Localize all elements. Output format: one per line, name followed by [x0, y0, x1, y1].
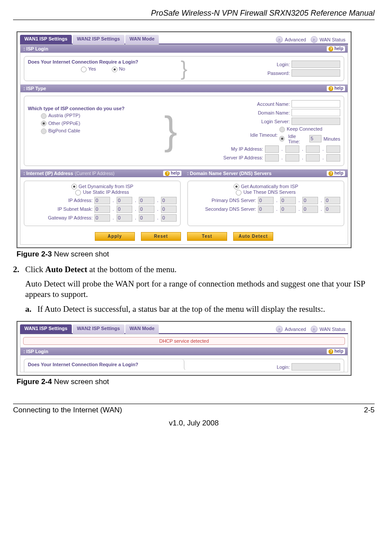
- figure-2-3-screenshot: WAN1 ISP Settings WAN2 ISP Settings WAN …: [17, 31, 352, 248]
- link-wan-status[interactable]: ›WAN Status: [309, 35, 348, 44]
- tab-wan2[interactable]: WAN2 ISP Settings: [73, 35, 124, 44]
- help-link[interactable]: ?help: [163, 171, 181, 176]
- ip-octet-input[interactable]: [285, 145, 299, 153]
- apply-button[interactable]: Apply: [95, 232, 135, 241]
- account-name-input[interactable]: [291, 100, 340, 108]
- help-link[interactable]: ?help: [327, 349, 345, 354]
- tab-wanmode[interactable]: WAN Mode: [125, 35, 159, 44]
- password-input[interactable]: [291, 69, 340, 77]
- ip-octet-input[interactable]: 0: [94, 206, 110, 213]
- ip-octet-input[interactable]: [265, 154, 279, 162]
- tab-wan1[interactable]: WAN1 ISP Settings: [20, 324, 72, 334]
- isp-type-question: Which type of ISP connection do you use?: [28, 106, 124, 111]
- radio-get-dyn[interactable]: Get Dynamically from ISP: [71, 184, 134, 189]
- footer-version: v1.0, July 2008: [13, 419, 375, 428]
- radio-idle-time[interactable]: Idle Time:5Minutes: [279, 134, 340, 144]
- ip-octet-input[interactable]: 0: [280, 197, 296, 204]
- login-label: Login:: [277, 364, 290, 370]
- arrow-icon: ›: [311, 36, 318, 43]
- ip-octet-input[interactable]: 0: [161, 206, 177, 213]
- isp-login-header: ::ISP Login ?help: [20, 347, 348, 355]
- ip-octet-input[interactable]: 0: [302, 197, 318, 204]
- ip-octet-input[interactable]: [285, 154, 299, 162]
- brace-icon: ⎱: [178, 362, 190, 367]
- reset-button[interactable]: Reset: [141, 232, 181, 241]
- ip-octet-input[interactable]: [306, 154, 320, 162]
- step-number: 2.: [13, 265, 19, 274]
- step-text: Click Auto Detect at the bottom of the m…: [25, 265, 177, 274]
- radio-no[interactable]: No: [112, 66, 125, 72]
- radio-yes[interactable]: Yes: [81, 66, 96, 72]
- domain-name-label: Domain Name:: [258, 110, 290, 115]
- primary-dns-label: Primary DNS Server:: [211, 198, 256, 203]
- ip-octet-input[interactable]: 0: [302, 206, 318, 213]
- ip-octet-input[interactable]: 0: [161, 197, 177, 204]
- radio-pppoe[interactable]: Other (PPPoE): [41, 121, 161, 127]
- ip-octet-input[interactable]: 0: [139, 206, 154, 213]
- login-server-input[interactable]: [291, 118, 340, 125]
- tab-wan1[interactable]: WAN1 ISP Settings: [20, 35, 72, 44]
- isp-login-question: Does Your Internet Connection Require a …: [28, 59, 138, 64]
- login-input[interactable]: [291, 61, 340, 68]
- ip-octet-input[interactable]: 0: [280, 206, 296, 213]
- ip-octet-input[interactable]: [326, 145, 340, 153]
- substep-text: If Auto Detect is successful, a status b…: [37, 304, 325, 314]
- ip-octet-input[interactable]: 0: [325, 197, 340, 204]
- radio-pptp[interactable]: Austria (PPTP): [41, 113, 161, 119]
- radio-use-static[interactable]: Use Static IP Address: [75, 189, 129, 195]
- ip-octet-input[interactable]: 0: [258, 206, 274, 213]
- radio-keep-connected[interactable]: Keep Connected: [279, 126, 322, 132]
- brace-icon: }: [161, 99, 180, 163]
- doc-header-title: ProSafe Wireless-N VPN Firewall SRXN3205…: [13, 9, 375, 18]
- footer-section: Connecting to the Internet (WAN): [13, 406, 122, 415]
- help-link[interactable]: ?help: [327, 86, 345, 91]
- ip-octet-input[interactable]: 0: [258, 197, 274, 204]
- account-name-label: Account Name:: [257, 101, 290, 107]
- status-message: DHCP service detected: [23, 337, 345, 345]
- idle-time-input[interactable]: 5: [309, 135, 322, 142]
- ip-addr-label: IP Address:: [68, 198, 93, 203]
- link-advanced[interactable]: ›Advanced: [274, 324, 309, 334]
- login-input[interactable]: [291, 363, 340, 371]
- mask-label: IP Subnet Mask:: [57, 206, 93, 212]
- ip-octet-input[interactable]: 0: [94, 214, 110, 222]
- isp-type-header: ::ISP Type ?help: [20, 84, 348, 92]
- tab-wan2[interactable]: WAN2 ISP Settings: [73, 324, 124, 334]
- password-label: Password:: [268, 71, 290, 76]
- footer-rule: [13, 404, 375, 404]
- help-link[interactable]: ?help: [327, 171, 345, 176]
- substep-letter: a.: [25, 304, 31, 314]
- header-rule: [13, 20, 375, 20]
- radio-bigpond[interactable]: BigPond Cable: [41, 128, 161, 134]
- ip-octet-input[interactable]: [326, 154, 340, 162]
- ip-octet-input[interactable]: [306, 145, 320, 153]
- help-link[interactable]: ?help: [327, 46, 345, 51]
- link-wan-status[interactable]: ›WAN Status: [309, 324, 348, 334]
- ip-octet-input[interactable]: 0: [139, 214, 154, 222]
- ip-octet-input[interactable]: 0: [161, 214, 177, 222]
- ip-octet-input[interactable]: 0: [117, 197, 132, 204]
- ip-octet-input[interactable]: 0: [117, 214, 132, 222]
- figure-2-3-caption: Figure 2-3 New screen shot: [17, 250, 375, 259]
- auto-detect-button[interactable]: Auto Detect: [233, 232, 273, 241]
- arrow-icon: ›: [276, 326, 283, 333]
- gateway-label: Gateway IP Address:: [48, 215, 93, 220]
- arrow-icon: ›: [311, 326, 318, 333]
- isp-login-header: ::ISP Login ?help: [20, 45, 348, 53]
- secondary-dns-label: Secondary DNS Server:: [205, 206, 256, 212]
- ip-octet-input[interactable]: 0: [94, 197, 110, 204]
- test-button[interactable]: Test: [187, 232, 227, 241]
- radio-dns-manual[interactable]: Use These DNS Servers: [236, 189, 295, 195]
- brace-icon: }: [178, 59, 190, 78]
- ip-octet-input[interactable]: 0: [325, 206, 340, 213]
- link-advanced[interactable]: ›Advanced: [274, 35, 309, 44]
- ip-octet-input[interactable]: [265, 145, 279, 153]
- tab-wanmode[interactable]: WAN Mode: [125, 324, 159, 334]
- tab-bar: WAN1 ISP Settings WAN2 ISP Settings WAN …: [20, 35, 348, 44]
- domain-name-input[interactable]: [291, 109, 340, 116]
- ip-octet-input[interactable]: 0: [117, 206, 132, 213]
- radio-dns-auto[interactable]: Get Automatically from ISP: [234, 184, 298, 189]
- figure-2-4-caption: Figure 2-4 New screen shot: [17, 378, 375, 386]
- idle-timeout-label: Idle Timeout:: [250, 132, 278, 138]
- ip-octet-input[interactable]: 0: [139, 197, 154, 204]
